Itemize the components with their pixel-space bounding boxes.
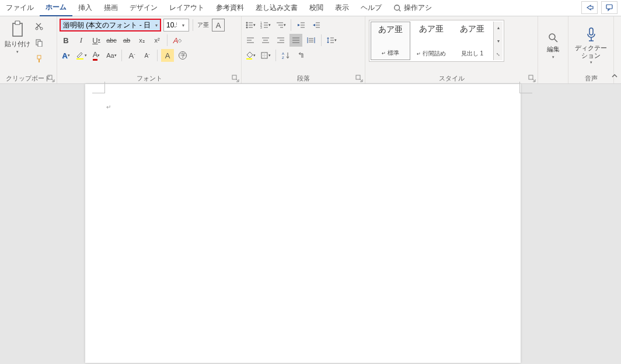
borders-icon xyxy=(260,51,268,60)
style-heading1[interactable]: あア亜 見出し 1 xyxy=(452,22,492,60)
line-spacing-button[interactable]: ▾ xyxy=(325,34,338,47)
enclose-char-button[interactable]: 字 xyxy=(176,49,189,62)
tab-bar: ファイル ホーム 挿入 描画 デザイン レイアウト 参考資料 差し込み文書 校閲… xyxy=(0,0,621,16)
phonetic-guide-button[interactable]: ア亜 xyxy=(197,19,210,32)
font-launcher-icon[interactable] xyxy=(232,75,240,83)
tab-layout[interactable]: レイアウト xyxy=(163,0,210,16)
cut-button[interactable] xyxy=(33,20,46,33)
group-clipboard: 貼り付け ▾ クリップボード xyxy=(0,16,57,83)
justify-icon xyxy=(292,36,300,44)
collapse-ribbon-button[interactable] xyxy=(610,72,619,82)
group-voice: ディクテーション ▾ 音声 xyxy=(568,16,614,83)
tab-design[interactable]: デザイン xyxy=(124,0,163,16)
find-icon xyxy=(547,32,559,44)
svg-point-63 xyxy=(549,34,555,40)
paste-dropdown[interactable]: ▾ xyxy=(16,50,19,54)
style-scroll-up[interactable]: ▴ xyxy=(494,22,503,33)
svg-rect-11 xyxy=(76,58,83,60)
tab-mailings[interactable]: 差し込み文書 xyxy=(250,0,303,16)
superscript-button[interactable]: x² xyxy=(151,34,163,47)
grow-font-button[interactable]: Aˆ xyxy=(125,49,138,62)
align-center-button[interactable] xyxy=(259,34,272,47)
comment-icon xyxy=(605,4,613,12)
tab-insert[interactable]: 挿入 xyxy=(72,0,98,16)
distribute-button[interactable] xyxy=(305,34,318,47)
pilcrow-icon xyxy=(297,51,305,60)
shrink-font-button[interactable]: Aˇ xyxy=(141,49,153,62)
multilevel-button[interactable]: ▾ xyxy=(274,19,287,32)
underline-button[interactable]: U▾ xyxy=(90,34,103,47)
ribbon: 貼り付け ▾ クリップボード ▾ xyxy=(0,16,621,84)
paste-button[interactable]: 貼り付け ▾ xyxy=(2,19,33,73)
align-left-icon xyxy=(246,36,254,44)
tab-draw[interactable]: 描画 xyxy=(98,0,124,16)
svg-point-13 xyxy=(246,22,248,24)
shading-button[interactable]: ▾ xyxy=(244,49,257,62)
strike-button[interactable]: abc xyxy=(105,34,118,47)
subscript-button[interactable]: x₂ xyxy=(135,34,148,47)
clear-format-button[interactable]: A◇ xyxy=(171,34,184,47)
indent-button[interactable] xyxy=(310,19,323,32)
comments-button[interactable] xyxy=(601,1,617,14)
style-gallery-controls: ▴ ▾ ⤡ xyxy=(493,22,503,60)
tab-help[interactable]: ヘルプ xyxy=(355,0,388,16)
style-normal[interactable]: あア亜 ↵ 標準 xyxy=(371,22,410,60)
page[interactable]: ↵ xyxy=(85,84,521,363)
find-button[interactable]: 編集 ▾ xyxy=(545,31,562,61)
sort-icon: AZ xyxy=(282,51,290,60)
tab-review[interactable]: 校閲 xyxy=(303,0,329,16)
group-editing: 編集 ▾ xyxy=(538,16,568,83)
tab-home[interactable]: ホーム xyxy=(40,0,72,16)
char-shading-button[interactable]: A xyxy=(161,49,174,62)
highlight-button[interactable]: ▾ xyxy=(75,49,88,62)
dictate-button[interactable]: ディクテーション ▾ xyxy=(571,26,611,65)
font-family-dropdown[interactable]: ▾ xyxy=(153,19,160,31)
align-left-button[interactable] xyxy=(244,34,257,47)
svg-point-15 xyxy=(246,24,248,26)
show-marks-button[interactable] xyxy=(295,49,308,62)
paragraph-launcher-icon[interactable] xyxy=(355,75,364,83)
font-size-dropdown[interactable]: ▾ xyxy=(179,19,187,31)
font-color-button[interactable]: A▾ xyxy=(90,49,103,62)
style-expand[interactable]: ⤡ xyxy=(494,48,503,60)
bold-button[interactable]: B xyxy=(60,34,72,47)
multilevel-icon xyxy=(275,21,284,29)
align-right-icon xyxy=(277,36,285,44)
document-area[interactable]: ↵ xyxy=(6,84,610,364)
style-gallery[interactable]: あア亜 ↵ 標準 あア亜 ↵ 行間詰め あア亜 見出し 1 ▴ ▾ ⤡ xyxy=(369,20,504,62)
text-effects-button[interactable]: A▾ xyxy=(60,49,72,62)
bullets-button[interactable]: ▾ xyxy=(244,19,257,32)
numbering-button[interactable]: 123▾ xyxy=(259,19,272,32)
font-size-input[interactable] xyxy=(164,19,179,31)
tab-view[interactable]: 表示 xyxy=(329,0,355,16)
change-case-button[interactable]: Aa▾ xyxy=(105,49,118,62)
tab-references[interactable]: 参考資料 xyxy=(210,0,250,16)
font-family-combo[interactable]: ▾ xyxy=(60,19,161,32)
style-scroll-down[interactable]: ▾ xyxy=(494,35,503,47)
tell-me[interactable]: 操作アシ xyxy=(388,0,438,16)
svg-point-17 xyxy=(246,27,248,29)
format-painter-button[interactable] xyxy=(33,52,46,65)
style-nospacing[interactable]: あア亜 ↵ 行間詰め xyxy=(411,22,451,60)
char-border-button[interactable]: A xyxy=(212,19,225,32)
copy-button[interactable] xyxy=(33,36,46,49)
borders-button[interactable]: ▾ xyxy=(259,49,272,62)
tell-me-label: 操作アシ xyxy=(404,3,432,13)
share-button[interactable] xyxy=(581,1,598,14)
align-right-button[interactable] xyxy=(274,34,287,47)
share-icon xyxy=(585,4,594,12)
font-family-input[interactable] xyxy=(61,20,153,30)
italic-button[interactable]: I xyxy=(75,34,88,47)
clipboard-icon xyxy=(10,20,25,38)
dstrike-button[interactable]: ab xyxy=(120,34,133,47)
paragraph-label: 段落 xyxy=(297,74,310,83)
justify-button[interactable] xyxy=(289,34,302,47)
svg-rect-4 xyxy=(15,21,20,24)
numbering-icon: 123 xyxy=(260,21,268,29)
svg-rect-3 xyxy=(13,23,22,36)
font-size-combo[interactable]: ▾ xyxy=(163,19,189,32)
tab-file[interactable]: ファイル xyxy=(0,0,40,16)
sort-button[interactable]: AZ xyxy=(280,49,292,62)
outdent-button[interactable] xyxy=(295,19,308,32)
clipboard-launcher-icon[interactable] xyxy=(47,75,55,83)
